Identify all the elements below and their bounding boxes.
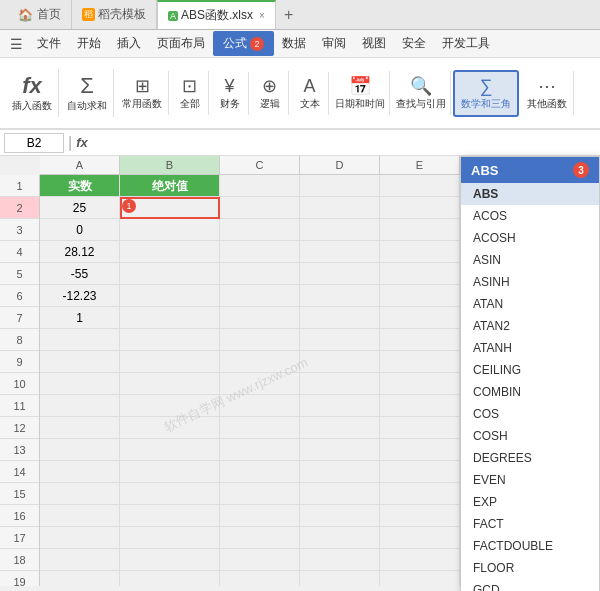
dropdown-item-fact[interactable]: FACT <box>461 513 599 535</box>
file-icon: A <box>168 11 178 21</box>
cell-e2[interactable] <box>380 197 460 219</box>
row-header-16: 16 <box>0 505 39 527</box>
dropdown-item-acosh[interactable]: ACOSH <box>461 227 599 249</box>
logic-btn[interactable]: ⊕ 逻辑 <box>251 71 289 115</box>
cell-d2[interactable] <box>300 197 380 219</box>
dropdown-item-atan[interactable]: ATAN <box>461 293 599 315</box>
cell-c6[interactable] <box>220 285 300 307</box>
cell-c1[interactable] <box>220 175 300 197</box>
menu-layout[interactable]: 页面布局 <box>149 31 213 56</box>
cell-b3[interactable] <box>120 219 220 241</box>
lookup-btn[interactable]: 🔍 查找与引用 <box>392 71 451 115</box>
menu-icon[interactable]: ☰ <box>4 36 29 52</box>
col-header-b: B <box>120 156 220 174</box>
dropdown-item-asin[interactable]: ASIN <box>461 249 599 271</box>
dropdown-item-degrees[interactable]: DEGREES <box>461 447 599 469</box>
dropdown-item-factdouble[interactable]: FACTDOUBLE <box>461 535 599 557</box>
dropdown-header: ABS 3 <box>461 157 599 183</box>
cell-d5[interactable] <box>300 263 380 285</box>
menu-file[interactable]: 文件 <box>29 31 69 56</box>
cell-a6[interactable]: -12.23 <box>40 285 120 307</box>
menu-security[interactable]: 安全 <box>394 31 434 56</box>
dropdown-item-ceiling[interactable]: CEILING <box>461 359 599 381</box>
formula-input[interactable] <box>92 134 596 152</box>
datetime-icon: 📅 <box>349 75 371 97</box>
cell-c7[interactable] <box>220 307 300 329</box>
finance-btn[interactable]: ¥ 财务 <box>211 72 249 115</box>
cell-c4[interactable] <box>220 241 300 263</box>
cell-d4[interactable] <box>300 241 380 263</box>
autosum-btn[interactable]: Σ 自动求和 <box>61 69 114 117</box>
cell-a2[interactable]: 25 <box>40 197 120 219</box>
cell-b6[interactable] <box>120 285 220 307</box>
insert-function-icon: fx <box>22 73 42 99</box>
tab-template[interactable]: 稻 稻壳模板 <box>72 0 157 29</box>
dropdown-item-even[interactable]: EVEN <box>461 469 599 491</box>
cell-b2[interactable]: 1 <box>120 197 220 219</box>
cell-a3[interactable]: 0 <box>40 219 120 241</box>
menu-bar: ☰ 文件 开始 插入 页面布局 公式 2 数据 审阅 视图 安全 开发工具 <box>0 30 600 58</box>
cell-c5[interactable] <box>220 263 300 285</box>
cell-a4[interactable]: 28.12 <box>40 241 120 263</box>
dropdown-item-atan2[interactable]: ATAN2 <box>461 315 599 337</box>
dropdown-item-floor[interactable]: FLOOR <box>461 557 599 579</box>
dropdown-item-cosh[interactable]: COSH <box>461 425 599 447</box>
cell-a7[interactable]: 1 <box>40 307 120 329</box>
cell-a5[interactable]: -55 <box>40 263 120 285</box>
row-header-5: 5 <box>0 263 39 285</box>
all-functions-btn[interactable]: ⊡ 全部 <box>171 71 209 115</box>
dropdown-item-asinh[interactable]: ASINH <box>461 271 599 293</box>
cell-reference[interactable] <box>4 133 64 153</box>
cell-e3[interactable] <box>380 219 460 241</box>
other-functions-btn[interactable]: ⋯ 其他函数 <box>521 71 574 115</box>
dropdown-item-combin[interactable]: COMBIN <box>461 381 599 403</box>
cell-e4[interactable] <box>380 241 460 263</box>
cell-b1[interactable]: 绝对值 <box>120 175 220 197</box>
cell-e1[interactable] <box>380 175 460 197</box>
dropdown-item-abs[interactable]: ABS <box>461 183 599 205</box>
cell-d1[interactable] <box>300 175 380 197</box>
math-trig-btn[interactable]: ∑ 数学和三角 <box>453 70 519 117</box>
cell-b5[interactable] <box>120 263 220 285</box>
dropdown-item-cos[interactable]: COS <box>461 403 599 425</box>
datetime-btn[interactable]: 📅 日期和时间 <box>331 71 390 115</box>
cell-d3[interactable] <box>300 219 380 241</box>
cell-d7[interactable] <box>300 307 380 329</box>
cell-e5[interactable] <box>380 263 460 285</box>
cell-c2[interactable] <box>220 197 300 219</box>
cell-e7[interactable] <box>380 307 460 329</box>
menu-data[interactable]: 数据 <box>274 31 314 56</box>
other-func-icon: ⋯ <box>538 75 556 97</box>
cell-c3[interactable] <box>220 219 300 241</box>
dropdown-item-gcd[interactable]: GCD <box>461 579 599 591</box>
formula-bar: | fx <box>0 130 600 156</box>
menu-view[interactable]: 视图 <box>354 31 394 56</box>
tab-file[interactable]: A ABS函数.xlsx × <box>157 0 276 29</box>
dropdown-item-exp[interactable]: EXP <box>461 491 599 513</box>
text-btn[interactable]: A 文本 <box>291 72 329 115</box>
dropdown-item-acos[interactable]: ACOS <box>461 205 599 227</box>
row-header-7: 7 <box>0 307 39 329</box>
cell-d6[interactable] <box>300 285 380 307</box>
cell-a1[interactable]: 实数 <box>40 175 120 197</box>
add-tab-button[interactable]: + <box>276 6 301 24</box>
row-header-8: 8 <box>0 329 39 351</box>
cell-b7[interactable] <box>120 307 220 329</box>
menu-insert[interactable]: 插入 <box>109 31 149 56</box>
logic-icon: ⊕ <box>262 75 277 97</box>
menu-dev[interactable]: 开发工具 <box>434 31 498 56</box>
menu-home[interactable]: 开始 <box>69 31 109 56</box>
insert-function-btn[interactable]: fx 插入函数 <box>6 69 59 117</box>
common-functions-btn[interactable]: ⊞ 常用函数 <box>116 71 169 115</box>
finance-icon: ¥ <box>224 76 234 97</box>
cell-e6[interactable] <box>380 285 460 307</box>
fx-label: fx <box>76 135 88 150</box>
dropdown-item-atanh[interactable]: ATANH <box>461 337 599 359</box>
menu-review[interactable]: 审阅 <box>314 31 354 56</box>
close-tab-icon[interactable]: × <box>259 10 265 21</box>
row-header-2: 2 <box>0 197 39 219</box>
cell-b4[interactable] <box>120 241 220 263</box>
formula-divider: | <box>68 134 72 152</box>
menu-formula[interactable]: 公式 2 <box>213 31 274 56</box>
tab-home[interactable]: 🏠 首页 <box>8 0 72 29</box>
